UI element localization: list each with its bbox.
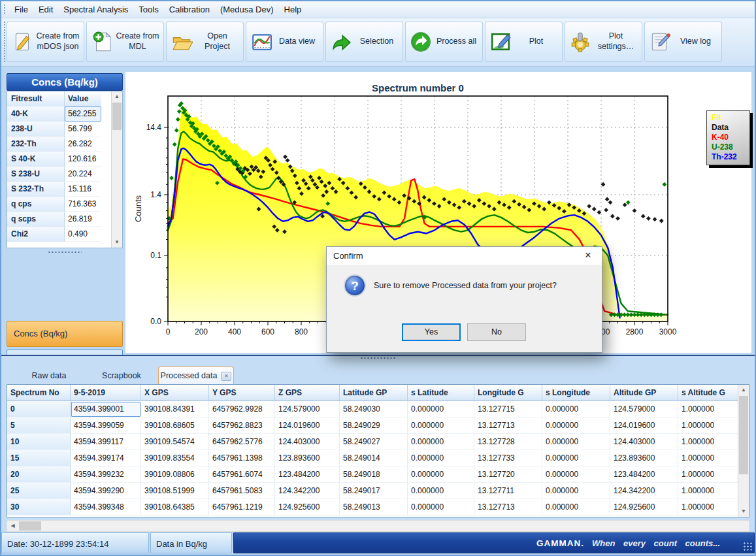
grid-cell[interactable]: 390109.83554 [141, 450, 209, 466]
fitresult-value[interactable]: 716.363 [65, 197, 101, 212]
grid-cell[interactable]: 390108.84391 [141, 401, 209, 417]
grid-cell[interactable]: 6457961.1398 [209, 450, 275, 466]
grid-cell[interactable]: 0.000000 [408, 499, 474, 515]
grid-cell[interactable]: 43594.399290 [71, 483, 141, 499]
no-button[interactable]: No [467, 323, 526, 341]
scroll-up-icon[interactable]: ▲ [112, 91, 122, 102]
grid-cell[interactable]: 6457962.8823 [209, 417, 275, 434]
sidebar-item-concs-bq-kg-[interactable]: Concs (Bq/kg) [7, 321, 123, 347]
grid-cell[interactable]: 13.127713 [474, 417, 542, 434]
close-icon[interactable]: ✕ [574, 247, 602, 265]
grid-cell[interactable]: 124.925600 [275, 499, 340, 515]
column-header-6[interactable]: s Latitude [408, 385, 474, 401]
grid-cell[interactable]: 43594.399117 [71, 434, 141, 450]
scrollbar-thumb[interactable] [739, 396, 748, 474]
column-header-8[interactable]: s Longitude [542, 385, 610, 401]
fitresult-value[interactable]: 120.616 [65, 152, 101, 167]
grid-cell[interactable]: 58.249013 [340, 499, 408, 515]
grid-cell[interactable]: 1.000000 [678, 466, 738, 483]
toolbar-button-create-from-mdos-json[interactable]: Create from mDOS json [7, 22, 84, 62]
menu-item-calibration[interactable]: Calibration [164, 1, 215, 17]
row-header[interactable]: 5 [7, 417, 71, 434]
grid-cell[interactable]: 13.127711 [474, 483, 542, 499]
grid-cell[interactable]: 58.249030 [340, 401, 408, 417]
tab-processed-data[interactable]: Processed data✕ [158, 367, 234, 384]
grid-cell[interactable]: 390109.54574 [141, 434, 209, 450]
grid-cell[interactable]: 390109.08806 [141, 466, 209, 483]
fitresult-value[interactable]: 20.224 [65, 167, 101, 182]
grid-cell[interactable]: 13.127720 [474, 466, 542, 483]
tab-raw-data[interactable]: Raw data [13, 368, 85, 384]
grid-cell[interactable]: 1.000000 [678, 434, 738, 450]
tab-scrapbook[interactable]: Scrapbook [85, 368, 158, 384]
grid-cell[interactable]: 0.000000 [408, 434, 474, 450]
toolbar-button-selection[interactable]: Selection [325, 22, 403, 62]
grid-cell[interactable]: 43594.399348 [71, 499, 141, 515]
grid-cell[interactable]: 124.019600 [275, 417, 340, 434]
menu-item--medusa-dev-[interactable]: (Medusa Dev) [215, 1, 279, 17]
grid-vscrollbar[interactable]: ▲ ▼ [738, 385, 749, 517]
scroll-down-icon[interactable]: ▼ [738, 506, 749, 517]
grid-cell[interactable]: 1.000000 [678, 417, 738, 434]
column-header-3[interactable]: Y GPS [209, 385, 275, 401]
grid-cell[interactable]: 390108.51999 [141, 483, 209, 499]
column-header-7[interactable]: Longitude G [474, 385, 542, 401]
menu-item-file[interactable]: File [9, 1, 33, 17]
grid-cell[interactable]: 58.249029 [340, 417, 408, 434]
fitresult-value[interactable]: 56.799 [65, 122, 101, 137]
grid-cell[interactable]: 124.925600 [610, 499, 678, 515]
grid-cell[interactable]: 43594.399174 [71, 450, 141, 466]
menu-item-tools[interactable]: Tools [133, 1, 163, 17]
grid-cell[interactable]: 0.000000 [408, 401, 474, 417]
grid-cell[interactable]: 43594.399232 [71, 466, 141, 483]
column-header-2[interactable]: X GPS [141, 385, 209, 401]
grid-cell[interactable]: 58.249018 [340, 466, 408, 483]
row-header[interactable]: 25 [7, 483, 71, 499]
horizontal-splitter[interactable] [1, 355, 755, 360]
grid-cell[interactable]: 124.403000 [275, 434, 340, 450]
grid-cell[interactable]: 123.893600 [275, 450, 340, 466]
fitresult-value[interactable]: 15.116 [65, 182, 101, 197]
column-header-4[interactable]: Z GPS [275, 385, 340, 401]
fitresult-scrollbar[interactable]: ▲ ▼ [111, 91, 122, 248]
grid-cell[interactable]: 6457962.5776 [209, 434, 275, 450]
toolbar-button-create-from-mdl[interactable]: Create from MDL [86, 22, 164, 62]
grid-cell[interactable]: 390108.64385 [141, 499, 209, 515]
grid-cell[interactable]: 0.000000 [542, 434, 610, 450]
grid-cell[interactable]: 6457961.1219 [209, 499, 275, 515]
grid-cell[interactable]: 123.484200 [275, 466, 340, 483]
grid-cell[interactable]: 58.249014 [340, 450, 408, 466]
grid-cell[interactable]: 13.127715 [474, 401, 542, 417]
grid-cell[interactable]: 0.000000 [408, 417, 474, 434]
grid-cell[interactable]: 43594.399001 [71, 401, 141, 417]
grid-cell[interactable]: 0.000000 [542, 401, 610, 417]
toolbar-button-plot[interactable]: Plot [485, 22, 563, 62]
column-header-1[interactable]: 9-5-2019 [71, 385, 141, 401]
dialog-titlebar[interactable]: Confirm ✕ [327, 247, 602, 265]
scroll-left-icon[interactable]: ◀ [7, 521, 18, 531]
fitresult-value[interactable]: 0.490 [65, 227, 101, 242]
grid-cell[interactable]: 124.579000 [610, 401, 678, 417]
grid-cell[interactable]: 1.000000 [678, 401, 738, 417]
row-header[interactable]: 15 [7, 450, 71, 466]
grid-cell[interactable]: 390108.68605 [141, 417, 209, 434]
scroll-up-icon[interactable]: ▲ [738, 385, 749, 395]
grid-cell[interactable]: 6457962.9928 [209, 401, 275, 417]
grid-cell[interactable]: 123.893600 [610, 450, 678, 466]
grid-cell[interactable]: 13.127728 [474, 434, 542, 450]
row-header[interactable]: 10 [7, 434, 71, 450]
grid-cell[interactable]: 124.403000 [610, 434, 678, 450]
grid-cell[interactable]: 0.000000 [542, 417, 610, 434]
grid-cell[interactable]: 13.127713 [474, 499, 542, 515]
grid-cell[interactable]: 1.000000 [678, 450, 738, 466]
grid-cell[interactable]: 124.342200 [275, 483, 340, 499]
grid-cell[interactable]: 0.000000 [542, 450, 610, 466]
fitresult-value[interactable]: 562.255 [65, 106, 101, 122]
grid-cell[interactable]: 0.000000 [542, 483, 610, 499]
toolbar-button-data-view[interactable]: Data view [246, 22, 323, 62]
grid-cell[interactable]: 0.000000 [408, 483, 474, 499]
left-splitter[interactable] [7, 250, 123, 254]
grid-cell[interactable]: 124.579000 [275, 401, 340, 417]
toolbar-button-view-log[interactable]: View log [644, 22, 722, 62]
column-header-9[interactable]: Altitude GP [610, 385, 678, 401]
